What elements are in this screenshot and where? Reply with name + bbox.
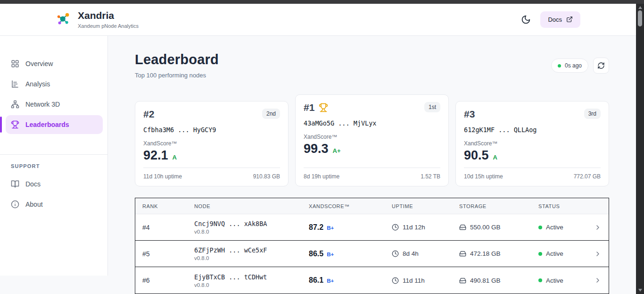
sidebar-item-label: Overview — [25, 60, 53, 67]
score-label: XandScore™ — [304, 134, 440, 140]
last-refresh-badge: 0s ago — [551, 59, 588, 73]
sidebar-item-label: Docs — [25, 180, 41, 188]
theme-toggle-button[interactable] — [521, 15, 531, 25]
moon-icon — [521, 15, 531, 25]
row-grade: B+ — [327, 252, 334, 257]
leaderboard-table: RANK NODE XANDSCORE™ UPTIME STORAGE STAT… — [135, 198, 609, 294]
score-label: XandScore™ — [464, 140, 601, 147]
podium-grade: A+ — [333, 147, 341, 154]
podium-card-2nd[interactable]: #2 2nd Cfbha3M6 ... HyGCY9 XandScore™ 92… — [135, 101, 289, 186]
podium-uptime: 8d 19h uptime — [304, 173, 339, 180]
refresh-icon — [597, 62, 605, 69]
card-divider — [464, 168, 601, 168]
podium-badge: 2nd — [262, 109, 280, 119]
sidebar-item-overview[interactable]: Overview — [6, 54, 103, 73]
external-link-icon — [566, 16, 573, 23]
chevron-right-icon[interactable] — [580, 277, 609, 284]
podium-grade: A — [493, 154, 497, 161]
refresh-button[interactable] — [593, 58, 609, 74]
sidebar: Overview Analysis Networ — [0, 36, 108, 276]
docs-button[interactable]: Docs — [540, 11, 580, 28]
sidebar-divider — [0, 154, 107, 155]
sidebar-item-label: About — [25, 201, 43, 208]
browser-top-bar — [0, 0, 644, 4]
card-divider — [143, 168, 280, 168]
sidebar-item-leaderboards[interactable]: Leaderboards — [6, 115, 103, 134]
row-node-version: v0.8.0 — [194, 229, 302, 235]
podium-section: #2 2nd Cfbha3M6 ... HyGCY9 XandScore™ 92… — [135, 94, 609, 186]
table-row[interactable]: #6 EjyBTxCB ... tCDHwt v0.8.0 86.1 B+ — [135, 267, 609, 294]
clock-icon — [392, 224, 399, 231]
row-status: Active — [546, 250, 563, 257]
scrollbar[interactable] — [636, 4, 644, 294]
status-dot-icon — [538, 252, 542, 256]
column-header-xandscore: XANDSCORE™ — [302, 203, 385, 209]
support-section-label: SUPPORT — [0, 163, 107, 169]
chevron-right-icon[interactable] — [580, 224, 609, 231]
podium-card-3rd[interactable]: #3 3rd 612gK1MF ... QLLAog XandScore™ 90… — [455, 101, 609, 186]
book-open-icon — [11, 180, 19, 188]
last-refresh-text: 0s ago — [565, 62, 582, 69]
sidebar-item-label: Network 3D — [25, 101, 60, 108]
info-icon — [11, 200, 19, 209]
sidebar-item-label: Analysis — [25, 80, 50, 88]
hard-drive-icon — [459, 224, 466, 231]
network-icon — [11, 100, 19, 109]
row-score: 86.1 — [309, 276, 323, 285]
score-label: XandScore™ — [143, 140, 280, 147]
sidebar-item-docs[interactable]: Docs — [6, 175, 103, 193]
scroll-down-icon[interactable] — [638, 289, 642, 292]
hard-drive-icon — [459, 277, 466, 284]
row-grade: B+ — [327, 278, 334, 284]
chevron-right-icon[interactable] — [580, 250, 609, 258]
clock-icon — [392, 250, 399, 257]
row-storage: 472.18 GB — [470, 250, 501, 257]
bar-chart-icon — [11, 80, 19, 88]
scroll-up-icon[interactable] — [638, 6, 642, 9]
podium-storage: 910.83 GB — [253, 173, 280, 180]
app-header: Xandria Xandeum pNode Analytics Docs — [0, 4, 636, 36]
podium-node-id: Cfbha3M6 ... HyGCY9 — [143, 126, 280, 134]
row-node-version: v0.8.0 — [194, 255, 302, 261]
sidebar-item-network-3d[interactable]: Network 3D — [6, 95, 103, 114]
clock-icon — [392, 277, 399, 284]
row-rank: #5 — [135, 250, 187, 258]
podium-badge: 1st — [424, 102, 440, 112]
row-rank: #4 — [135, 224, 187, 231]
sidebar-item-label: Leaderboards — [25, 121, 69, 128]
row-uptime: 11d 12h — [403, 224, 425, 231]
podium-score: 90.5 — [464, 148, 489, 163]
row-node-id: EjyBTxCB ... tCDHwt — [194, 273, 302, 281]
table-header-row: RANK NODE XANDSCORE™ UPTIME STORAGE STAT… — [135, 198, 609, 214]
podium-storage: 772.07 GB — [574, 173, 601, 180]
app-logo-icon — [56, 11, 72, 27]
row-storage: 550.00 GB — [470, 224, 501, 231]
column-header-storage: STORAGE — [452, 203, 531, 209]
row-rank: #6 — [135, 277, 187, 284]
podium-rank: #2 — [143, 109, 154, 120]
podium-uptime: 10d 15h uptime — [464, 173, 503, 180]
row-score: 86.5 — [309, 250, 323, 258]
table-row[interactable]: #5 6ZFjPzWH ... wCe5xF v0.8.0 86.5 B+ — [135, 241, 609, 267]
table-row[interactable]: #4 Cncj9NVQ ... xAk8BA v0.8.0 87.2 B+ — [135, 214, 609, 241]
live-dot-icon — [558, 64, 561, 67]
row-node-id: 6ZFjPzWH ... wCe5xF — [194, 246, 302, 254]
podium-score: 92.1 — [143, 148, 168, 163]
podium-card-1st[interactable]: #1 1st 43aMGo5 — [295, 94, 449, 186]
sidebar-item-about[interactable]: About — [6, 195, 103, 214]
podium-uptime: 11d 10h uptime — [143, 173, 182, 180]
trophy-icon — [11, 120, 19, 129]
brand: Xandria Xandeum pNode Analytics — [56, 10, 139, 28]
podium-grade: A — [173, 154, 177, 161]
row-score: 87.2 — [309, 223, 323, 232]
status-dot-icon — [538, 278, 542, 282]
sidebar-item-analysis[interactable]: Analysis — [6, 75, 103, 93]
card-divider — [304, 168, 440, 168]
row-status: Active — [546, 224, 563, 231]
app-window: Xandria Xandeum pNode Analytics Docs — [0, 4, 636, 294]
page-subtitle: Top 100 performing nodes — [135, 72, 219, 79]
podium-rank: #3 — [464, 109, 475, 120]
scrollbar-thumb[interactable] — [638, 10, 642, 26]
gold-trophy-icon — [319, 103, 328, 112]
hard-drive-icon — [459, 250, 466, 257]
